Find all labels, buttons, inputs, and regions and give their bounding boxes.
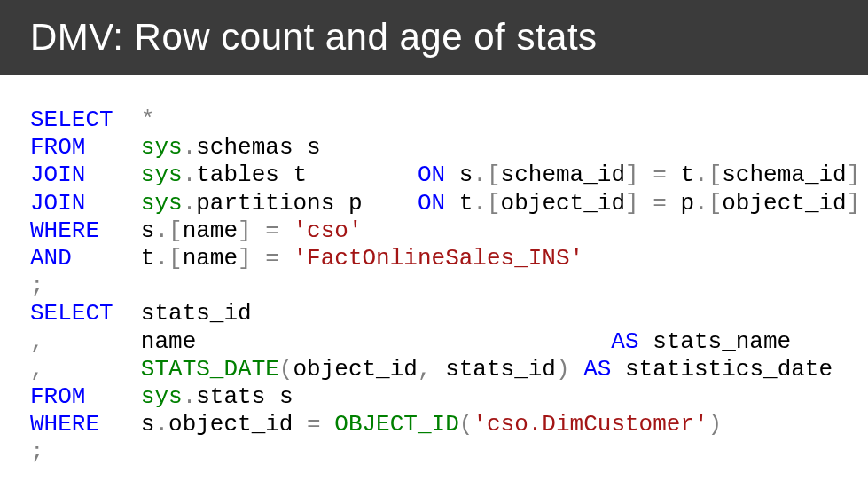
slide-title: DMV: Row count and age of stats (0, 0, 868, 75)
kw-as: AS (611, 328, 638, 355)
sys: sys (141, 134, 183, 161)
kw-on: ON (418, 190, 445, 217)
fn-statsdate: STATS_DATE (141, 356, 279, 383)
kw-as: AS (583, 356, 611, 383)
kw-where: WHERE (30, 411, 99, 438)
semicolon: ; (30, 272, 44, 299)
fn-objectid: OBJECT_ID (334, 411, 458, 438)
sys: sys (141, 162, 183, 188)
str-fact: 'FactOnlineSales_INS' (293, 245, 584, 272)
kw-from: FROM (30, 134, 85, 161)
kw-select: SELECT (30, 106, 113, 133)
star: * (141, 106, 155, 133)
kw-from: FROM (30, 383, 85, 410)
kw-and: AND (30, 245, 72, 272)
kw-where: WHERE (30, 217, 99, 244)
comma: , (30, 328, 44, 355)
kw-join: JOIN (30, 190, 85, 217)
sys: sys (141, 383, 183, 410)
str-dimcustomer: 'cso.DimCustomer' (473, 411, 708, 438)
str-cso: 'cso' (293, 217, 363, 244)
comma: , (30, 356, 44, 383)
kw-on: ON (418, 162, 445, 188)
kw-join: JOIN (30, 162, 85, 188)
semicolon: ; (30, 438, 44, 465)
kw-select: SELECT (30, 300, 113, 327)
sql-code-block: SELECT * FROM sys.schemas s JOIN sys.tab… (0, 98, 868, 466)
sys: sys (141, 190, 183, 217)
